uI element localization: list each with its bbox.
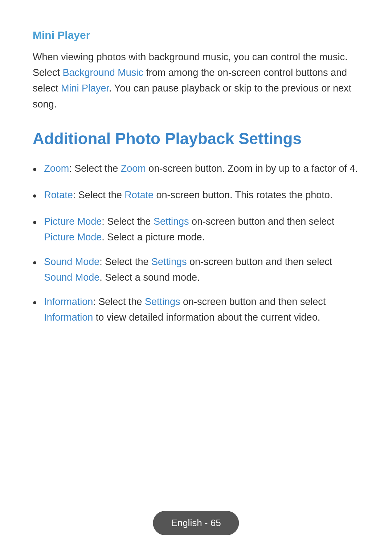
rotate-link-1[interactable]: Rotate <box>44 190 73 200</box>
list-item-rotate-content: Rotate: Select the Rotate on-screen butt… <box>44 187 332 203</box>
information-link-2[interactable]: Information <box>44 312 93 323</box>
list-item-zoom-content: Zoom: Select the Zoom on-screen button. … <box>44 161 358 176</box>
list-item-information: Information: Select the Settings on-scre… <box>33 294 359 325</box>
settings-link-1[interactable]: Settings <box>154 216 189 227</box>
list-item-sound-mode: Sound Mode: Select the Settings on-scree… <box>33 254 359 285</box>
page-content: Mini Player When viewing photos with bac… <box>0 0 392 378</box>
list-item-picture-mode: Picture Mode: Select the Settings on-scr… <box>33 214 359 245</box>
sound-mode-link-2[interactable]: Sound Mode <box>44 272 99 283</box>
background-music-link[interactable]: Background Music <box>63 67 143 78</box>
zoom-link-1[interactable]: Zoom <box>44 163 69 174</box>
settings-list: Zoom: Select the Zoom on-screen button. … <box>33 161 359 326</box>
zoom-link-2[interactable]: Zoom <box>121 163 146 174</box>
page-footer: English - 65 <box>153 511 239 535</box>
picture-mode-link-1[interactable]: Picture Mode <box>44 216 102 227</box>
mini-player-link[interactable]: Mini Player <box>61 83 109 94</box>
picture-mode-link-2[interactable]: Picture Mode <box>44 232 102 243</box>
list-item-picture-mode-content: Picture Mode: Select the Settings on-scr… <box>44 214 359 245</box>
mini-player-heading: Mini Player <box>33 29 359 41</box>
settings-link-3[interactable]: Settings <box>145 296 180 307</box>
list-item-rotate: Rotate: Select the Rotate on-screen butt… <box>33 187 359 205</box>
mini-player-description: When viewing photos with background musi… <box>33 49 359 112</box>
sound-mode-link-1[interactable]: Sound Mode <box>44 256 99 267</box>
settings-link-2[interactable]: Settings <box>151 256 187 267</box>
information-link-1[interactable]: Information <box>44 296 93 307</box>
list-item-zoom: Zoom: Select the Zoom on-screen button. … <box>33 161 359 179</box>
rotate-link-2[interactable]: Rotate <box>124 190 154 200</box>
list-item-sound-mode-content: Sound Mode: Select the Settings on-scree… <box>44 254 359 285</box>
additional-settings-heading: Additional Photo Playback Settings <box>33 130 359 148</box>
list-item-information-content: Information: Select the Settings on-scre… <box>44 294 359 325</box>
